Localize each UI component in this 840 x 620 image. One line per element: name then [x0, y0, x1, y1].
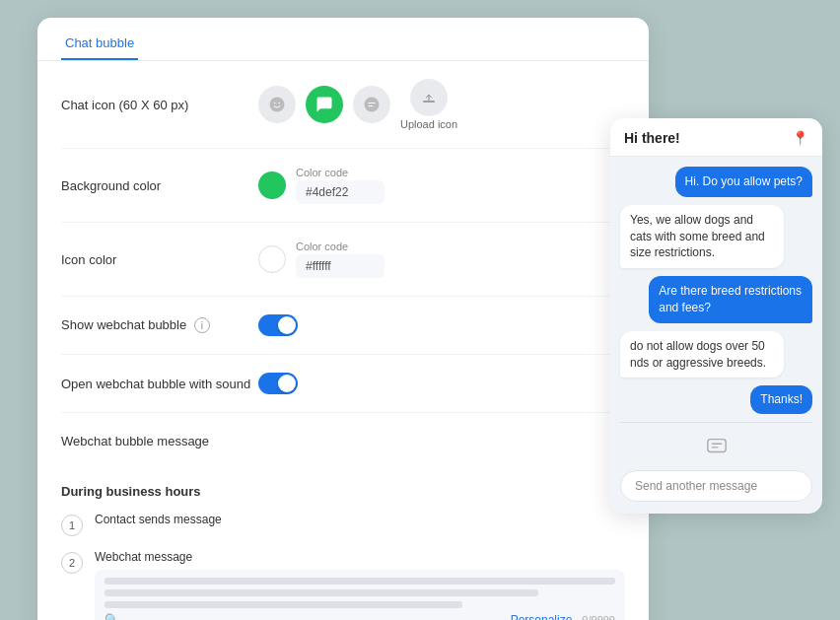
chat-icon-label: Chat icon (60 X 60 px) [61, 98, 258, 112]
upload-icon-btn[interactable]: Upload icon [400, 79, 457, 130]
step-2: 2 Webchat message 🔍 Personalize 0/9999 [61, 550, 625, 620]
step-1-num: 1 [61, 515, 83, 536]
bg-color-block: Color code [296, 167, 385, 204]
bg-color-input[interactable] [296, 180, 385, 204]
icon-option-2-active[interactable] [306, 86, 343, 123]
chat-compose-icon [701, 431, 733, 462]
bg-color-label: Background color [61, 178, 258, 193]
step-1-content: Contact sends message [95, 513, 625, 532]
icon-option-1[interactable] [258, 86, 296, 123]
step-2-textarea[interactable]: 🔍 Personalize 0/9999 [95, 570, 625, 620]
svg-rect-5 [707, 440, 725, 452]
icon-option-3[interactable] [353, 86, 390, 123]
chat-msg-3: Are there breed restrictions and fees? [649, 276, 812, 323]
svg-point-0 [270, 98, 285, 112]
bg-color-control: Color code [258, 167, 385, 204]
step-1: 1 Contact sends message [61, 513, 625, 536]
chat-messages: Hi. Do you allow pets? Yes, we allow dog… [610, 157, 822, 422]
icon-color-label: Icon color [61, 252, 258, 267]
business-title: During business hours [61, 484, 625, 499]
icon-color-input[interactable] [296, 254, 385, 278]
icon-color-block: Color code [296, 241, 385, 278]
send-message-input[interactable]: Send another message [620, 470, 812, 502]
show-bubble-info-icon[interactable]: i [194, 317, 210, 333]
chat-msg-4: do not allow dogs over 50 nds or aggress… [620, 331, 784, 379]
char-count: 0/9999 [582, 614, 615, 620]
step-2-label: Webchat message [95, 550, 625, 564]
chat-footer: Send another message [610, 423, 822, 514]
textarea-line-1 [105, 578, 615, 585]
svg-point-1 [274, 103, 276, 104]
bg-color-swatch[interactable] [258, 172, 286, 199]
step-1-label: Contact sends message [95, 513, 625, 526]
chat-msg-1: Hi. Do you allow pets? [675, 167, 812, 197]
icon-color-code-label: Color code [296, 241, 385, 252]
settings-grid: Chat icon (60 X 60 px) [37, 61, 649, 468]
open-sound-control [258, 373, 298, 394]
svg-point-3 [365, 98, 380, 112]
step-2-content: Webchat message 🔍 Personalize 0/9999 [95, 550, 625, 620]
step-2-num: 2 [61, 552, 83, 574]
chat-icon-row-footer [620, 431, 812, 462]
bg-color-code-label: Color code [296, 167, 385, 178]
upload-icon-circle [410, 79, 448, 116]
chat-header: Hi there! 📍 [610, 118, 822, 157]
upload-label: Upload icon [400, 118, 457, 130]
textarea-line-3 [105, 601, 462, 608]
show-bubble-label: Show webchat bubble i [61, 317, 258, 334]
bubble-message-row: Webchat bubble message [61, 413, 625, 468]
show-bubble-control [258, 314, 298, 336]
icon-color-swatch[interactable] [258, 245, 286, 273]
bubble-message-label: Webchat bubble message [61, 434, 258, 448]
textarea-line-2 [105, 589, 538, 596]
open-sound-row: Open webchat bubble with sound [61, 355, 625, 413]
show-bubble-row: Show webchat bubble i [61, 297, 625, 355]
chat-icon-row: Chat icon (60 X 60 px) [61, 61, 625, 149]
personalize-link-1[interactable]: Personalize [511, 613, 573, 620]
textarea-footer: 🔍 Personalize 0/9999 [105, 613, 615, 620]
svg-rect-4 [423, 101, 435, 102]
open-sound-toggle[interactable] [258, 373, 298, 394]
show-bubble-toggle[interactable] [258, 314, 298, 336]
tab-bar: Chat bubble [37, 18, 649, 61]
location-icon: 📍 [792, 130, 808, 146]
business-section: During business hours 1 Contact sends me… [37, 468, 649, 620]
icon-options: Upload icon [258, 79, 457, 130]
chat-msg-thanks: Thanks! [750, 385, 812, 414]
icon-color-control: Color code [258, 241, 385, 278]
chat-preview-panel: Hi there! 📍 Hi. Do you allow pets? Yes, … [610, 118, 822, 514]
svg-point-2 [279, 103, 281, 104]
chat-icon-control: Upload icon [258, 79, 457, 130]
bg-color-row: Background color Color code [61, 149, 625, 223]
main-settings-panel: Chat bubble Chat icon (60 X 60 px) [37, 18, 649, 620]
chat-msg-2: Yes, we allow dogs and cats with some br… [620, 205, 784, 268]
icon-color-row: Icon color Color code [61, 223, 625, 297]
chat-greeting: Hi there! [624, 130, 680, 146]
tab-chat-bubble[interactable]: Chat bubble [61, 28, 138, 60]
search-icon: 🔍 [105, 613, 119, 620]
open-sound-label: Open webchat bubble with sound [61, 377, 258, 391]
